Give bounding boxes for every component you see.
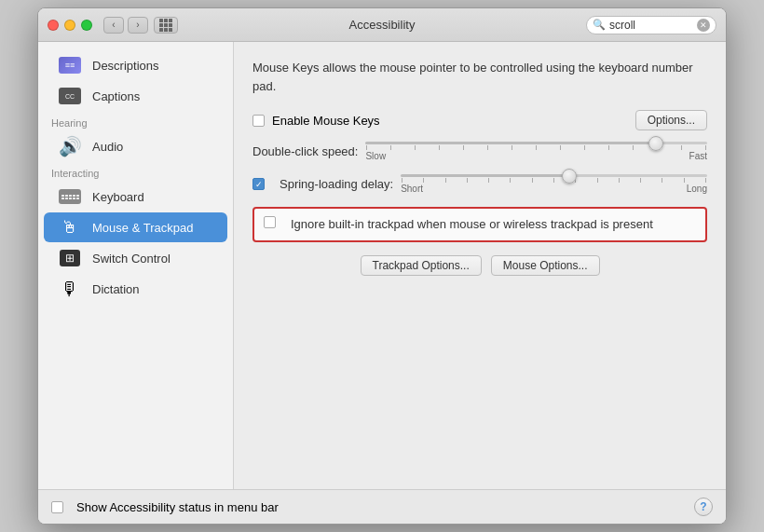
sidebar-item-label: Mouse & Trackpad bbox=[92, 221, 193, 235]
sidebar-item-label: Dictation bbox=[92, 282, 140, 296]
spring-loading-max: Long bbox=[687, 184, 707, 194]
sidebar: ≡≡ Descriptions CC Captions Hearing 🔊 Au… bbox=[38, 42, 234, 489]
main-panel: Mouse Keys allows the mouse pointer to b… bbox=[234, 42, 726, 489]
maximize-button[interactable] bbox=[81, 20, 92, 31]
content-area: ≡≡ Descriptions CC Captions Hearing 🔊 Au… bbox=[38, 42, 726, 489]
double-click-speed-slider-container: Slow Fast bbox=[365, 142, 707, 161]
spring-loading-checkbox[interactable] bbox=[252, 178, 265, 190]
enable-mouse-keys-label: Enable Mouse Keys bbox=[272, 114, 380, 128]
spring-loading-label: Spring-loading delay: bbox=[280, 177, 393, 191]
search-icon: 🔍 bbox=[593, 19, 606, 31]
sidebar-item-label: Switch Control bbox=[92, 252, 171, 266]
traffic-lights bbox=[48, 20, 92, 31]
interacting-section-label: Interacting bbox=[38, 162, 233, 181]
sidebar-item-label: Keyboard bbox=[92, 190, 144, 204]
ignore-trackpad-row: Ignore built-in trackpad when mouse or w… bbox=[264, 216, 696, 233]
trackpad-options-button[interactable]: Trackpad Options... bbox=[361, 255, 482, 276]
grid-icon bbox=[159, 19, 172, 32]
sidebar-item-label: Captions bbox=[92, 89, 140, 103]
show-accessibility-checkbox[interactable] bbox=[51, 501, 63, 513]
nav-buttons: ‹ › bbox=[103, 17, 148, 34]
sidebar-item-dictation[interactable]: 🎙 Dictation bbox=[44, 274, 227, 304]
search-box[interactable]: 🔍 ✕ bbox=[586, 16, 716, 34]
forward-button[interactable]: › bbox=[128, 17, 148, 34]
tick-marks-2 bbox=[401, 178, 707, 183]
spring-loading-slider-container: Short Long bbox=[401, 174, 707, 194]
close-button[interactable] bbox=[48, 20, 59, 31]
double-click-speed-section: Double-click speed: bbox=[252, 142, 707, 161]
ignore-trackpad-checkbox[interactable] bbox=[264, 216, 276, 228]
window-title: Accessibility bbox=[349, 18, 416, 32]
sidebar-item-mouse-trackpad[interactable]: 🖱 Mouse & Trackpad bbox=[44, 212, 227, 242]
spring-loading-min: Short bbox=[401, 184, 423, 194]
double-click-speed-thumb[interactable] bbox=[648, 136, 663, 151]
spring-loading-thumb[interactable] bbox=[562, 169, 577, 184]
double-click-speed-label: Double-click speed: bbox=[252, 144, 358, 158]
enable-mouse-keys-checkbox[interactable] bbox=[252, 115, 265, 127]
search-input[interactable] bbox=[609, 19, 693, 32]
dictation-icon: 🎙 bbox=[57, 279, 83, 299]
sidebar-item-captions[interactable]: CC Captions bbox=[44, 81, 227, 111]
ignore-trackpad-box: Ignore built-in trackpad when mouse or w… bbox=[252, 207, 707, 242]
titlebar: ‹ › Accessibility 🔍 ✕ bbox=[38, 8, 726, 42]
spring-loading-label-row: Spring-loading delay: bbox=[252, 174, 707, 194]
grid-view-button[interactable] bbox=[154, 17, 178, 34]
search-clear-button[interactable]: ✕ bbox=[697, 19, 710, 32]
show-accessibility-label: Show Accessibility status in menu bar bbox=[76, 500, 279, 514]
spring-loading-section: Spring-loading delay: bbox=[252, 174, 707, 194]
descriptions-icon: ≡≡ bbox=[57, 55, 83, 75]
sidebar-item-label: Descriptions bbox=[92, 59, 159, 73]
sidebar-item-audio[interactable]: 🔊 Audio bbox=[44, 131, 227, 161]
main-window: ‹ › Accessibility 🔍 ✕ ≡≡ Descripti bbox=[37, 7, 727, 525]
double-click-speed-label-row: Double-click speed: bbox=[252, 142, 707, 161]
sidebar-item-label: Audio bbox=[92, 140, 123, 154]
switch-control-icon: ⊞ bbox=[57, 248, 83, 268]
sidebar-item-switch-control[interactable]: ⊞ Switch Control bbox=[44, 243, 227, 273]
audio-icon: 🔊 bbox=[57, 136, 83, 157]
sidebar-item-descriptions[interactable]: ≡≡ Descriptions bbox=[44, 50, 227, 80]
captions-icon: CC bbox=[57, 86, 83, 106]
action-buttons-row: Trackpad Options... Mouse Options... bbox=[252, 255, 707, 276]
keyboard-icon bbox=[57, 186, 83, 207]
hearing-section-label: Hearing bbox=[38, 112, 233, 130]
double-click-speed-min: Slow bbox=[365, 151, 386, 161]
double-click-speed-track[interactable] bbox=[365, 142, 707, 144]
mouse-options-button[interactable]: Mouse Options... bbox=[491, 255, 600, 276]
help-button[interactable]: ? bbox=[694, 498, 713, 516]
double-click-speed-range-labels: Slow Fast bbox=[365, 151, 707, 161]
mouse-trackpad-icon: 🖱 bbox=[57, 217, 83, 238]
sidebar-item-keyboard[interactable]: Keyboard bbox=[44, 182, 227, 211]
bottom-bar: Show Accessibility status in menu bar ? bbox=[38, 489, 726, 524]
spring-loading-line bbox=[401, 174, 707, 177]
double-click-speed-line bbox=[365, 142, 707, 144]
ignore-trackpad-label: Ignore built-in trackpad when mouse or w… bbox=[291, 216, 653, 233]
options-button[interactable]: Options... bbox=[635, 110, 707, 130]
enable-mouse-keys-row: Enable Mouse Keys Options... bbox=[252, 110, 707, 130]
double-click-speed-max: Fast bbox=[689, 151, 707, 161]
spring-loading-range-labels: Short Long bbox=[401, 184, 707, 194]
back-button[interactable]: ‹ bbox=[103, 17, 124, 34]
bottom-left: Show Accessibility status in menu bar bbox=[51, 500, 279, 514]
spring-loading-track[interactable] bbox=[401, 174, 707, 177]
description-text: Mouse Keys allows the mouse pointer to b… bbox=[252, 59, 707, 95]
minimize-button[interactable] bbox=[64, 20, 75, 31]
